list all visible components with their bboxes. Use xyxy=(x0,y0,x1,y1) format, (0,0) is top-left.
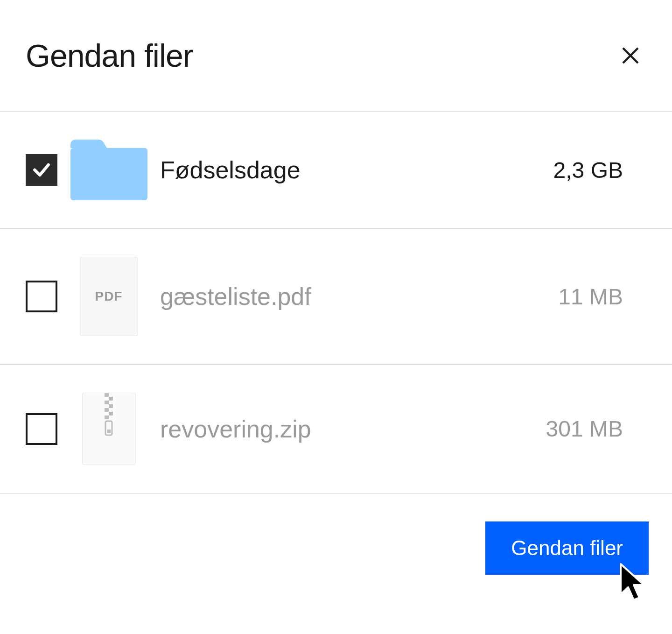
file-name: revovering.zip xyxy=(160,415,546,443)
pdf-icon: PDF xyxy=(80,257,138,336)
dialog-title: Gendan filer xyxy=(26,37,193,74)
file-list: Fødselsdage 2,3 GB PDF gæsteliste.pdf 11… xyxy=(0,111,672,493)
svg-rect-3 xyxy=(105,393,109,397)
file-row[interactable]: Fødselsdage 2,3 GB xyxy=(0,112,672,229)
file-type-icon-slot xyxy=(57,140,160,200)
svg-rect-2 xyxy=(70,148,147,200)
close-button[interactable] xyxy=(615,40,646,71)
pdf-label: PDF xyxy=(95,289,123,304)
zip-icon xyxy=(82,393,136,465)
restore-button[interactable]: Gendan filer xyxy=(485,521,649,575)
file-checkbox[interactable] xyxy=(26,413,57,445)
file-name: gæsteliste.pdf xyxy=(160,282,558,310)
file-name: Fødselsdage xyxy=(160,156,553,184)
restore-files-dialog: Gendan filer xyxy=(0,0,672,634)
file-type-icon-slot: PDF xyxy=(57,257,160,336)
file-checkbox[interactable] xyxy=(26,281,57,312)
svg-rect-4 xyxy=(109,397,113,401)
svg-rect-9 xyxy=(105,416,109,419)
svg-rect-5 xyxy=(105,401,109,404)
dialog-footer: Gendan filer xyxy=(0,493,672,603)
check-icon xyxy=(31,160,52,180)
svg-rect-8 xyxy=(109,412,113,416)
close-icon xyxy=(619,44,642,67)
file-size: 301 MB xyxy=(546,416,646,442)
folder-icon xyxy=(70,140,147,200)
svg-rect-11 xyxy=(107,430,111,433)
file-row[interactable]: PDF gæsteliste.pdf 11 MB xyxy=(0,229,672,365)
svg-rect-7 xyxy=(105,408,109,412)
file-checkbox[interactable] xyxy=(26,154,57,186)
file-type-icon-slot xyxy=(57,393,160,465)
svg-rect-6 xyxy=(109,404,113,408)
file-size: 2,3 GB xyxy=(553,157,646,183)
file-row[interactable]: revovering.zip 301 MB xyxy=(0,365,672,493)
dialog-header: Gendan filer xyxy=(0,0,672,111)
file-size: 11 MB xyxy=(558,284,646,310)
